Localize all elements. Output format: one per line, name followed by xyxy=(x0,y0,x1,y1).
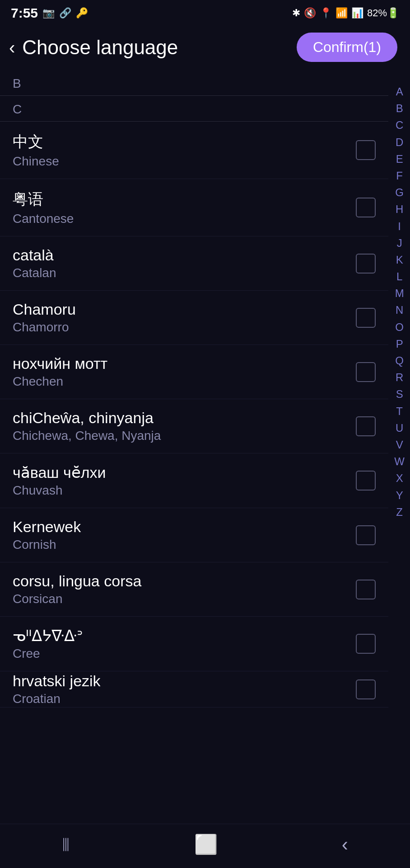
language-list: BC中文Chinese粤语CantonesecatalàCatalanChamo… xyxy=(0,70,410,708)
language-checkbox[interactable] xyxy=(356,679,376,699)
language-info: KernewekCornish xyxy=(13,518,81,552)
language-english-name: Cornish xyxy=(13,538,81,552)
back-nav-icon[interactable]: ‹ xyxy=(342,834,348,855)
status-time: 7:55 xyxy=(11,5,38,21)
language-native-name: 粤语 xyxy=(13,189,74,210)
language-english-name: Chinese xyxy=(13,154,59,169)
alpha-letter-n[interactable]: N xyxy=(393,302,406,318)
language-checkbox[interactable] xyxy=(356,254,376,274)
signal-icon: 📊 xyxy=(351,7,363,19)
language-checkbox[interactable] xyxy=(356,471,376,491)
language-item[interactable]: corsu, lingua corsaCorsican xyxy=(0,562,388,617)
language-native-name: чӑваш чӗлхи xyxy=(13,463,106,481)
status-left: 7:55 📷 🔗 🔑 xyxy=(11,5,88,21)
language-item[interactable]: hrvatski jezikCroatian xyxy=(0,671,388,708)
home-icon[interactable]: ⬜ xyxy=(194,833,218,855)
language-native-name: corsu, lingua corsa xyxy=(13,572,141,590)
language-native-name: 中文 xyxy=(13,132,59,152)
language-english-name: Cree xyxy=(13,646,83,661)
section-letter-c: C xyxy=(0,96,388,121)
alpha-letter-l[interactable]: L xyxy=(394,268,405,285)
language-native-name: Kernewek xyxy=(13,518,81,536)
language-info: hrvatski jezikCroatian xyxy=(13,672,101,706)
alpha-letter-q[interactable]: Q xyxy=(392,352,406,369)
page-title: Choose language xyxy=(22,36,178,59)
language-info: chiCheŵa, chinyanjaChichewa, Chewa, Nyan… xyxy=(13,409,161,443)
language-checkbox[interactable] xyxy=(356,140,376,160)
language-item[interactable]: нохчийн моттChechen xyxy=(0,345,388,399)
alpha-letter-k[interactable]: K xyxy=(393,251,406,268)
header-left: ‹ Choose language xyxy=(9,36,178,59)
alpha-letter-d[interactable]: D xyxy=(393,134,406,151)
language-checkbox[interactable] xyxy=(356,416,376,436)
language-english-name: Croatian xyxy=(13,692,101,706)
alpha-letter-r[interactable]: R xyxy=(393,369,406,386)
language-english-name: Cantonese xyxy=(13,212,74,226)
key-icon: 🔑 xyxy=(76,7,88,19)
alpha-letter-a[interactable]: A xyxy=(393,83,406,100)
language-checkbox[interactable] xyxy=(356,580,376,599)
language-info: ᓀᐦᐃᔭᐍᐏᐣCree xyxy=(13,627,83,661)
bluetooth-icon: ✱ xyxy=(292,7,300,19)
alpha-letter-b[interactable]: B xyxy=(393,100,406,117)
language-item[interactable]: chiCheŵa, chinyanjaChichewa, Chewa, Nyan… xyxy=(0,399,388,453)
section-letter-b: B xyxy=(0,70,388,95)
alpha-letter-p[interactable]: P xyxy=(393,335,406,352)
alpha-letter-f[interactable]: F xyxy=(393,167,405,184)
alpha-letter-y[interactable]: Y xyxy=(393,487,406,504)
alpha-letter-v[interactable]: V xyxy=(393,436,406,453)
language-native-name: ᓀᐦᐃᔭᐍᐏᐣ xyxy=(13,627,83,645)
language-english-name: Chichewa, Chewa, Nyanja xyxy=(13,429,161,443)
alpha-letter-g[interactable]: G xyxy=(392,184,406,201)
language-checkbox[interactable] xyxy=(356,198,376,217)
language-info: 粤语Cantonese xyxy=(13,189,74,226)
alpha-letter-o[interactable]: O xyxy=(392,319,406,335)
alpha-letter-c[interactable]: C xyxy=(393,117,406,133)
confirm-button[interactable]: Confirm(1) xyxy=(297,33,397,62)
alpha-letter-s[interactable]: S xyxy=(393,386,406,402)
alpha-letter-w[interactable]: W xyxy=(391,453,407,470)
language-item[interactable]: ᓀᐦᐃᔭᐍᐏᐣCree xyxy=(0,617,388,671)
status-bar: 7:55 📷 🔗 🔑 ✱ 🔇 📍 📶 📊 82%🔋 xyxy=(0,0,410,24)
bottom-nav: ⦀ ⬜ ‹ xyxy=(0,824,410,868)
language-native-name: нохчийн мотт xyxy=(13,355,107,373)
language-english-name: Corsican xyxy=(13,592,141,606)
language-item[interactable]: catalàCatalan xyxy=(0,236,388,291)
language-native-name: català xyxy=(13,246,56,264)
language-checkbox[interactable] xyxy=(356,525,376,545)
language-item[interactable]: 中文Chinese xyxy=(0,122,388,179)
status-right: ✱ 🔇 📍 📶 📊 82%🔋 xyxy=(292,7,399,19)
language-info: catalàCatalan xyxy=(13,246,56,280)
camera-icon: 📷 xyxy=(42,7,55,19)
language-checkbox[interactable] xyxy=(356,362,376,382)
alpha-letter-i[interactable]: I xyxy=(395,218,404,235)
language-english-name: Chamorro xyxy=(13,320,76,335)
language-item[interactable]: ChamoruChamorro xyxy=(0,291,388,345)
alpha-letter-z[interactable]: Z xyxy=(393,504,405,520)
location-icon: 📍 xyxy=(320,7,332,19)
alpha-letter-m[interactable]: M xyxy=(392,285,407,302)
language-item[interactable]: 粤语Cantonese xyxy=(0,179,388,236)
header: ‹ Choose language Confirm(1) xyxy=(0,24,410,70)
language-item[interactable]: KernewekCornish xyxy=(0,508,388,562)
battery-text: 82%🔋 xyxy=(367,7,399,19)
alpha-letter-x[interactable]: X xyxy=(393,470,406,486)
alpha-letter-u[interactable]: U xyxy=(393,420,406,436)
alphabet-sidebar: ABCDEFGHIJKLMNOPQRSTUVWXYZ xyxy=(389,81,410,522)
menu-icon[interactable]: ⦀ xyxy=(62,834,70,855)
language-native-name: hrvatski jezik xyxy=(13,672,101,690)
alpha-letter-h[interactable]: H xyxy=(393,201,406,217)
language-checkbox[interactable] xyxy=(356,634,376,654)
alpha-letter-t[interactable]: T xyxy=(393,403,405,420)
language-info: чӑваш чӗлхиChuvash xyxy=(13,463,106,498)
language-native-name: chiCheŵa, chinyanja xyxy=(13,409,161,427)
language-info: corsu, lingua corsaCorsican xyxy=(13,572,141,606)
alpha-letter-j[interactable]: J xyxy=(394,235,405,251)
language-native-name: Chamoru xyxy=(13,301,76,318)
back-button[interactable]: ‹ xyxy=(9,38,15,57)
language-item[interactable]: чӑваш чӗлхиChuvash xyxy=(0,453,388,508)
language-checkbox[interactable] xyxy=(356,308,376,328)
language-info: нохчийн моттChechen xyxy=(13,355,107,389)
alpha-letter-e[interactable]: E xyxy=(393,151,406,167)
language-english-name: Chuvash xyxy=(13,483,106,498)
